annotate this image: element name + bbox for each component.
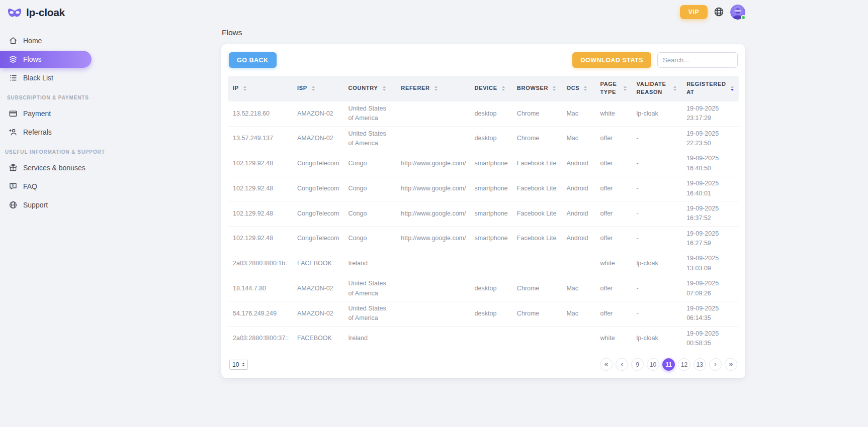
- cell-country: United States of America: [343, 301, 396, 326]
- cell-country: Congo: [343, 176, 396, 201]
- cell-ocs: [561, 326, 595, 351]
- cell-validate_reason: -: [632, 301, 682, 326]
- credit-card-icon: [9, 109, 18, 118]
- cell-device: smartphone: [470, 176, 512, 201]
- table-row: 102.129.92.48CongoTelecomCongohttp://www…: [228, 226, 739, 251]
- sidebar-item-support[interactable]: Support: [0, 196, 101, 214]
- cell-referer: http://www.google.com/: [396, 151, 469, 176]
- column-header-referer[interactable]: REFERER: [396, 76, 469, 101]
- sidebar-item-black-list[interactable]: Black List: [0, 69, 101, 86]
- sort-icon: [383, 86, 386, 91]
- column-header-page_type[interactable]: PAGE TYPE: [595, 76, 631, 101]
- page-title: Flows: [222, 28, 745, 37]
- column-header-ocs[interactable]: OCS: [561, 76, 595, 101]
- cell-isp: AMAZON-02: [292, 276, 343, 301]
- column-label: ISP: [297, 84, 307, 92]
- page-size-value: 10: [232, 361, 239, 368]
- cell-device: [470, 326, 512, 351]
- cell-registered_at: 19-09-2025 16:40:01: [681, 176, 739, 201]
- table-row: 18.144.7.80AMAZON-02United States of Ame…: [228, 276, 739, 301]
- sidebar-item-referrals[interactable]: Referrals: [0, 124, 101, 141]
- column-header-browser[interactable]: BROWSER: [512, 76, 562, 101]
- brand[interactable]: lp-cloak: [0, 0, 101, 19]
- last-page-button[interactable]: »: [725, 358, 737, 371]
- cell-page_type: offer: [595, 276, 631, 301]
- cell-validate_reason: -: [632, 151, 682, 176]
- page-button-12[interactable]: 12: [678, 358, 690, 371]
- cell-isp: CongoTelecom: [292, 201, 343, 226]
- column-header-isp[interactable]: ISP: [292, 76, 343, 101]
- cell-registered_at: 19-09-2025 06:14:35: [681, 301, 739, 326]
- sidebar-item-flows[interactable]: Flows: [0, 51, 92, 68]
- sort-icon: [553, 86, 556, 91]
- cell-browser: Chrome: [512, 126, 562, 151]
- cell-referer: http://www.google.com/: [396, 226, 469, 251]
- cell-referer: [396, 276, 469, 301]
- page-size-select[interactable]: 10: [229, 360, 248, 370]
- sidebar-item-label: Flows: [23, 55, 42, 63]
- sort-icon: [673, 86, 676, 91]
- cell-validate_reason: lp-cloak: [632, 326, 682, 351]
- column-label: COUNTRY: [349, 84, 378, 92]
- page-button-13[interactable]: 13: [693, 358, 706, 371]
- online-status-dot: [741, 15, 746, 20]
- cell-browser: Facebook Lite: [512, 226, 562, 251]
- cell-referer: [396, 326, 469, 351]
- cell-browser: Facebook Lite: [512, 151, 562, 176]
- column-label: OCS: [566, 84, 579, 92]
- cell-country: United States of America: [343, 126, 396, 151]
- language-globe-icon[interactable]: [714, 7, 724, 17]
- sidebar-item-label: Payment: [23, 110, 51, 118]
- home-icon: [9, 36, 18, 45]
- user-avatar[interactable]: [730, 5, 745, 20]
- section-divider: [92, 97, 95, 98]
- cell-ip: 2a03:2880:f800:37::: [228, 326, 292, 351]
- cell-isp: AMAZON-02: [292, 126, 343, 151]
- download-stats-button[interactable]: DOWNLOAD STATS: [572, 52, 651, 68]
- table-row: 102.129.92.48CongoTelecomCongohttp://www…: [228, 201, 739, 226]
- sidebar-item-services-bonuses[interactable]: Services & bonuses: [0, 159, 101, 176]
- cell-browser: Chrome: [512, 101, 562, 126]
- search-input[interactable]: [657, 52, 738, 68]
- stepper-arrows-icon: [242, 363, 245, 366]
- cell-ip: 102.129.92.48: [228, 201, 292, 226]
- cell-country: Ireland: [343, 251, 396, 276]
- vip-button[interactable]: VIP: [680, 5, 708, 19]
- cell-isp: CongoTelecom: [292, 151, 343, 176]
- column-header-country[interactable]: COUNTRY: [343, 76, 396, 101]
- cell-validate_reason: -: [632, 126, 682, 151]
- cell-referer: [396, 101, 469, 126]
- page-button-9[interactable]: 9: [631, 358, 644, 371]
- cell-page_type: offer: [595, 226, 631, 251]
- column-label: REGISTERED AT: [686, 80, 726, 96]
- cell-ocs: Mac: [561, 126, 595, 151]
- cell-ip: 2a03:2880:f800:1b::: [228, 251, 292, 276]
- column-label: IP: [233, 84, 239, 92]
- sidebar-item-label: Home: [23, 37, 42, 45]
- prev-page-button[interactable]: ‹: [616, 358, 628, 371]
- page-button-11[interactable]: 11: [662, 358, 675, 371]
- column-header-registered_at[interactable]: REGISTERED AT: [681, 76, 739, 101]
- cell-ip: 54.176.249.249: [228, 301, 292, 326]
- sidebar-item-label: Black List: [23, 74, 53, 82]
- cell-browser: Chrome: [512, 276, 562, 301]
- page-button-10[interactable]: 10: [647, 358, 659, 371]
- cell-referer: [396, 251, 469, 276]
- cell-ip: 18.144.7.80: [228, 276, 292, 301]
- go-back-button[interactable]: GO BACK: [229, 52, 277, 68]
- sidebar-item-home[interactable]: Home: [0, 32, 101, 49]
- table-row: 54.176.249.249AMAZON-02United States of …: [228, 301, 739, 326]
- sidebar-item-faq[interactable]: ?! FAQ: [0, 178, 101, 195]
- column-header-device[interactable]: DEVICE: [470, 76, 512, 101]
- cell-device: smartphone: [470, 201, 512, 226]
- cell-isp: CongoTelecom: [292, 226, 343, 251]
- cell-device: desktop: [470, 301, 512, 326]
- next-page-button[interactable]: ›: [709, 358, 722, 371]
- column-header-ip[interactable]: IP: [228, 76, 292, 101]
- sidebar-item-payment[interactable]: Payment: [0, 105, 101, 122]
- pagination: «‹910111213›»: [600, 358, 737, 371]
- sort-icon: [435, 86, 438, 91]
- first-page-button[interactable]: «: [600, 358, 613, 371]
- column-header-validate_reason[interactable]: VALIDATE REASON: [632, 76, 682, 101]
- cell-page_type: offer: [595, 176, 631, 201]
